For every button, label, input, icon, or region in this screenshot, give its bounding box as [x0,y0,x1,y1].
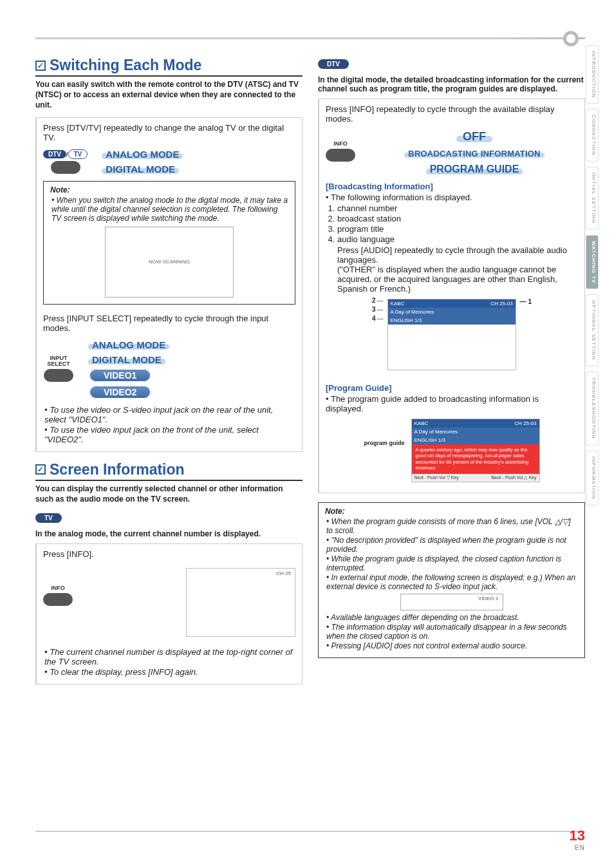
pill-tv: TV [68,149,88,159]
screen-info-sub: In the analog mode, the current channel … [35,529,302,538]
pg-lead: The program guide added to broadcasting … [326,394,539,413]
mode-digital: DIGITAL MODE [103,164,178,175]
press-info-text: Press [INFO]. [43,549,295,559]
info-label: INFO [333,140,348,147]
tv-screen-scanning: NOW SCANNING [105,227,234,297]
bi-lead: The following information is displayed. [331,193,472,202]
note-item: The information display will automatical… [326,623,578,641]
bi-item: channel number [337,203,578,213]
remote-button-icon [326,149,355,162]
pill-dtv: DTV [43,150,66,158]
panel-dtv-info: Press [INFO] repeatedly to cycle through… [318,99,585,493]
remote-button-icon [51,161,80,174]
pg-heading: [Program Guide] [326,383,578,393]
bi-audio-note: ("OTHER" is displayed when the audio lan… [337,265,578,294]
bi-item: program title [337,224,578,234]
tv-screen-ch25: CH 25 [186,568,295,637]
section-switching-text: Switching Each Mode [50,57,201,74]
panel-press-info: Press [INFO]. INFO CH 25 The current ch [35,543,302,684]
panel2-bullet: To use the video input jack on the front… [44,425,295,444]
footer: 13 EN [570,827,585,851]
remote-info-key: INFO [43,585,73,606]
tab-optional-setting[interactable]: OPTIONAL SETTING [586,294,599,366]
tab-watching-tv[interactable]: WATCHING TV [586,235,599,289]
side-tabs: INTRODUCTION CONNECTION INITIAL SETTING … [586,45,599,505]
note-dtv: Note: When the program guide consists of… [318,502,585,658]
bi-item: audio language Press [AUDIO] repeatedly … [337,234,578,294]
info-label: INFO [51,585,65,591]
tab-information[interactable]: INFORMATION [586,451,599,505]
tab-introduction[interactable]: INTRODUCTION [586,45,599,104]
tab-initial-setting[interactable]: INITIAL SETTING [586,167,599,230]
bi-item: broadcast station [337,214,578,223]
mode-analog-2: ANALOG MODE [89,339,168,350]
note-switching: Note: When you switch the analog mode to… [43,181,295,305]
bi-audio-line: Press [AUDIO] repeatedly to cycle throug… [337,245,578,265]
osd-foot-right: Back - Push Vol △ Key [491,475,536,480]
note-item: Pressing [AUDIO] does not control extern… [326,641,578,650]
osd-title: A Day of Memories [388,308,516,316]
note-video1-screen: VIDEO 1 [400,594,503,610]
osd-foot-left: Next - Push Vol ▽ Key [414,475,459,480]
note-item: Available languages differ depending on … [326,613,578,622]
osd-channel: CH 25 [187,569,295,578]
panel-input-select-text: Press [INPUT SELECT] repeatedly to cycle… [43,314,295,333]
note-item: In external input mode, the following sc… [326,573,578,591]
panel-dtv-tv: Press [DTV/TV] repeatedly to change the … [35,117,302,452]
section-switching-title: ✓ Switching Each Mode [35,57,302,77]
cycle-program-guide: PROGRAM GUIDE [427,164,522,175]
left-column: ✓ Switching Each Mode You can easily swi… [35,57,302,693]
note-item: While the program guide is displayed, th… [326,554,578,572]
note-video1-label: VIDEO 1 [478,596,499,601]
section-screen-info-text: Screen Information [50,461,185,478]
panel-dtv-tv-text: Press [DTV/TV] repeatedly to change the … [43,123,295,142]
footer-rule [35,831,585,832]
checkbox-icon: ✓ [35,464,46,475]
panel-dtv-text: Press [INFO] repeatedly to cycle through… [326,104,578,124]
tab-troubleshooting[interactable]: TROUBLESHOOTING [586,372,599,445]
remote-input-select-key: INPUT SELECT [43,355,74,382]
mode-video2: VIDEO2 [89,386,151,399]
panel3-bullet: The current channel number is displayed … [44,647,295,666]
cycle-broadcasting: BROADCASTING INFORMATION [405,149,543,158]
osd-program-guide: KABC CH 25-03 A Day of Memories ENGLISH … [411,419,540,482]
tag-tv: TV [35,513,62,523]
osd-guide-text: A quarter-century ago, which may now qua… [412,444,539,474]
osd-pointer-1: 1 [520,296,532,307]
page-lang: EN [570,844,585,851]
panel2-bullet: To use the video or S-video input jack o… [44,405,295,424]
mode-analog: ANALOG MODE [103,149,181,160]
remote-info-key-2: INFO [326,140,355,162]
remote-dtv-tv-key: DTV/TV [43,149,88,174]
pg-side-label: program guide [364,440,407,447]
osd-lang: ENGLISH 1/3 [388,316,516,325]
cycle-off: OFF [459,130,490,144]
tag-dtv: DTV [318,59,349,69]
tab-connection[interactable]: CONNECTION [586,109,599,162]
bi-heading: [Broadcasting Information] [326,182,578,191]
header-rule [35,32,585,44]
mode-digital-2: DIGITAL MODE [89,354,164,365]
switching-lead: You can easily switch with the remote co… [35,79,302,111]
osd-station: KABC [391,301,405,307]
mode-video1: VIDEO1 [89,369,151,382]
page-number: 13 [570,827,585,844]
note-item: When the program guide consists of more … [326,517,578,535]
note-item: "No description provided" is displayed w… [326,536,578,554]
dtv-sub: In the digital mode, the detailed broadc… [318,75,585,93]
remote-button-icon [44,369,73,382]
osd-channel: CH 25-03 [490,301,512,307]
screen-info-lead: You can display the currently selected c… [35,484,302,504]
panel3-bullet: To clear the display, press [INFO] again… [44,667,295,677]
now-scanning-text: NOW SCANNING [149,259,190,265]
note-item: When you switch the analog mode to the d… [51,196,288,223]
right-column: DTV In the digital mode, the detailed br… [318,57,585,693]
remote-button-icon [43,593,73,606]
header-circle-icon [563,31,579,46]
osd-pointer-numbers: 234 [372,296,384,323]
note-title: Note: [50,185,288,194]
section-screen-info-title: ✓ Screen Information [35,461,302,481]
osd-broadcasting: KABC CH 25-03 A Day of Memories ENGLISH … [387,299,516,370]
input-select-label: INPUT SELECT [43,355,74,367]
note-title: Note: [325,507,578,516]
